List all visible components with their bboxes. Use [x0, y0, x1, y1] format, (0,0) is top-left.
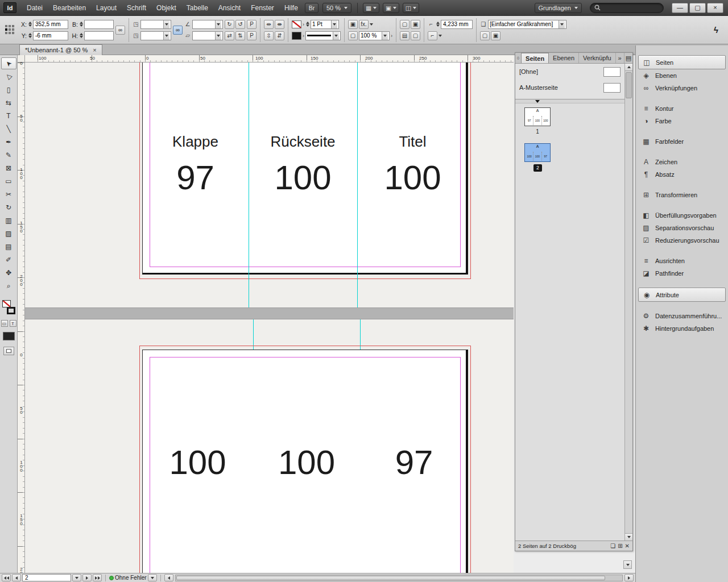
panel-label-titel[interactable]: Titel [357, 133, 468, 151]
dock-item-kontur[interactable]: ≡Kontur [638, 102, 726, 115]
page-2-label[interactable]: 2 [533, 164, 542, 172]
hand-tool[interactable]: ✥ [1, 266, 17, 279]
first-page-button[interactable] [2, 574, 11, 581]
page-1-thumbnail[interactable]: A 97100100 [524, 107, 551, 126]
search-input[interactable] [603, 5, 659, 11]
stroke-flyout-icon[interactable]: › [303, 22, 304, 27]
page-tool[interactable]: ▯ [1, 83, 17, 96]
style-clear-button[interactable]: ▣ [491, 31, 500, 40]
gap-tool[interactable]: ⇆ [1, 96, 17, 109]
preflight-menu-button[interactable] [148, 574, 157, 581]
panel-value-1[interactable]: 100 [142, 443, 253, 482]
scroll-up-icon[interactable] [625, 64, 632, 71]
dock-item-hintergrundaufgaben[interactable]: ✱Hintergrundaufgaben [638, 322, 726, 335]
document-scroll-down-icon[interactable] [623, 560, 632, 569]
formatting-affects-container-button[interactable]: ▭ [1, 320, 8, 327]
x-input[interactable] [33, 20, 68, 29]
rotation-angle-input[interactable] [194, 21, 213, 28]
canvas[interactable]: Klappe 97 Rückseite 100 Titel 100 100 10… [25, 63, 514, 573]
opacity-icon-button[interactable]: ▢ [348, 31, 358, 40]
object-style-select[interactable] [488, 20, 566, 29]
scale-y-select[interactable] [140, 31, 171, 40]
scrollbar-thumb[interactable] [626, 72, 632, 98]
delete-page-icon[interactable]: ✕ [625, 543, 630, 549]
opacity-input[interactable] [361, 32, 380, 39]
wrap-options-button[interactable]: ▢ [411, 31, 420, 40]
y-input[interactable] [33, 31, 68, 40]
opacity-select[interactable] [359, 31, 390, 40]
style-override-button[interactable]: ▢ [480, 31, 490, 40]
object-style-input[interactable] [490, 21, 557, 28]
page-number-field[interactable]: 2 [22, 574, 71, 581]
menu-objekt[interactable]: Objekt [151, 0, 181, 16]
direct-selection-tool[interactable]: ▷ [1, 70, 17, 83]
type-tool[interactable]: T [1, 109, 17, 122]
dock-item-separationsvorschau[interactable]: ▨Separationsvorschau [638, 222, 726, 234]
width-input[interactable] [84, 20, 114, 29]
stroke-weight-input[interactable] [312, 21, 329, 28]
fill-flyout-icon[interactable]: › [303, 33, 304, 39]
stroke-color-swatch[interactable] [292, 20, 301, 28]
menu-layout[interactable]: Layout [91, 0, 122, 16]
scroll-left-icon[interactable] [164, 574, 173, 581]
search-field[interactable] [590, 3, 664, 13]
shear-angle-select[interactable] [192, 31, 223, 40]
rectangle-frame-tool[interactable]: ⊠ [1, 161, 17, 174]
fill-proxy-swatch[interactable] [2, 300, 11, 307]
panel-menu-icon[interactable]: ▤ [624, 53, 632, 63]
dock-item-ueberfuellungsvorgaben[interactable]: ◧Überfüllungsvorgaben [638, 209, 726, 222]
rotate-cw-button[interactable]: ↻ [225, 20, 234, 29]
scroll-down-icon[interactable] [625, 533, 632, 541]
corner-radius-input[interactable] [441, 20, 473, 29]
dock-item-seiten[interactable]: ◫Seiten [638, 55, 726, 69]
pencil-tool[interactable]: ✎ [1, 148, 17, 161]
eyedropper-tool[interactable]: ✐ [1, 253, 17, 266]
last-page-button[interactable] [93, 574, 102, 581]
rotate-ccw-button[interactable]: ↺ [235, 20, 245, 29]
gap-vertical-button[interactable]: ⇵ [275, 31, 284, 40]
indesign-app-icon[interactable]: Id [3, 2, 16, 13]
scrollbar-thumb[interactable] [176, 576, 605, 580]
dock-item-ausrichten[interactable]: ≡Ausrichten [638, 255, 726, 267]
screen-mode-button[interactable]: ▣ [383, 3, 399, 13]
dock-item-transformieren[interactable]: ⊞Transformieren [638, 189, 726, 201]
effects-button[interactable]: fx. [359, 20, 369, 29]
arrange-documents-button[interactable]: ◫ [403, 3, 419, 13]
free-transform-tool[interactable]: ↻ [1, 201, 17, 214]
menu-bearbeiten[interactable]: Bearbeiten [48, 0, 91, 16]
distribute-horizontal-button[interactable]: ⇹ [264, 20, 274, 29]
fill-color-swatch[interactable] [292, 32, 301, 40]
corner-shape-button[interactable]: ⌐ [428, 31, 437, 40]
panel-expand-chevrons-icon[interactable]: » [616, 53, 624, 63]
rotation-angle-select[interactable] [192, 20, 223, 29]
dock-item-farbfelder[interactable]: ▦Farbfelder [638, 135, 726, 148]
panel-value-2[interactable]: 100 [253, 443, 360, 482]
view-options-button[interactable]: ▦ [363, 3, 379, 13]
formatting-affects-text-button[interactable]: T [10, 320, 16, 327]
opacity-flyout-icon[interactable]: › [391, 33, 392, 39]
zoom-tool[interactable]: ⌕ [1, 279, 17, 292]
y-stepper[interactable] [28, 33, 32, 38]
spread-options-icon[interactable]: ❏ [610, 543, 615, 549]
stroke-type-select[interactable] [305, 31, 341, 40]
dock-item-ebenen[interactable]: ◈Ebenen [638, 69, 726, 82]
panel-label-klappe[interactable]: Klappe [142, 133, 249, 151]
close-button[interactable]: × [707, 3, 723, 13]
menu-schrift[interactable]: Schrift [122, 0, 151, 16]
scale-x-input[interactable] [142, 21, 162, 28]
gradient-feather-tool[interactable]: ▨ [1, 227, 17, 240]
flip-horizontal-button[interactable]: ⇄ [225, 31, 234, 40]
constrain-scale-button[interactable]: ∞ [173, 26, 183, 35]
vertical-ruler[interactable]: 0 50 100 150 200 0 50 100 150 200 [18, 63, 25, 573]
tab-verknuepfungen[interactable]: Verknüpfu [579, 53, 616, 63]
restore-button[interactable]: ▢ [689, 3, 706, 13]
dock-item-reduzierungsvorschau[interactable]: ☑Reduzierungsvorschau [638, 234, 726, 247]
tab-seiten[interactable]: Seiten [521, 53, 549, 63]
note-tool[interactable]: ▤ [1, 240, 17, 253]
page-2-thumbnail[interactable]: A 10010097 [524, 143, 551, 162]
horizontal-ruler[interactable]: 100 50 0 50 100 150 200 250 300 [25, 55, 514, 63]
stroke-weight-stepper[interactable] [305, 22, 309, 27]
dock-item-pathfinder[interactable]: ◪Pathfinder [638, 267, 726, 280]
wrap-jump-button[interactable]: ▤ [400, 31, 410, 40]
selection-tool[interactable]: ➤ [1, 57, 16, 69]
